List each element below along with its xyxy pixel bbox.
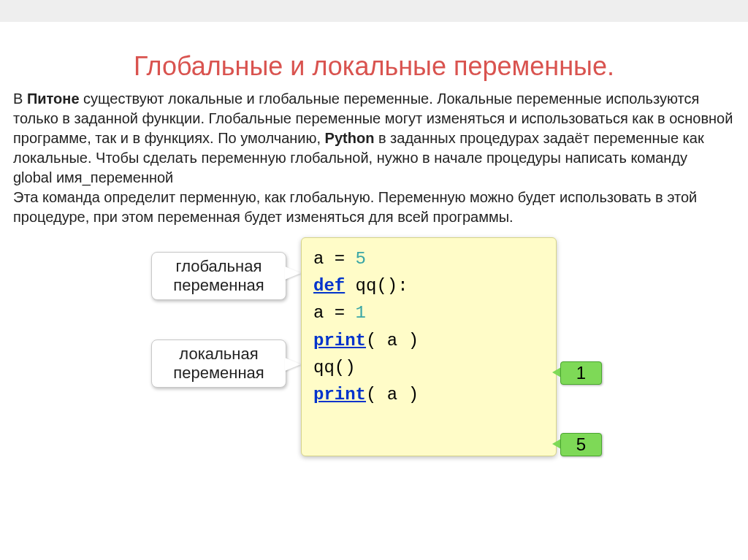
label-local: локальная переменная	[151, 340, 286, 388]
top-bar	[0, 0, 748, 22]
callout-tail	[285, 358, 301, 371]
output-badge-2: 5	[560, 433, 602, 456]
label-global: глобальная переменная	[151, 252, 286, 300]
slide: Глобальные и локальные переменные. В Пит…	[0, 51, 748, 458]
output-badge-1: 1	[560, 361, 602, 385]
body-text: В Питоне существуют локальные и глобальн…	[13, 89, 735, 227]
slide-title: Глобальные и локальные переменные.	[13, 51, 735, 82]
diagram: глобальная переменная локальная переменн…	[151, 237, 597, 458]
callout-tail	[285, 266, 301, 280]
code-box: a = 5 def qq(): a = 1 print( a ) qq() pr…	[301, 237, 557, 456]
